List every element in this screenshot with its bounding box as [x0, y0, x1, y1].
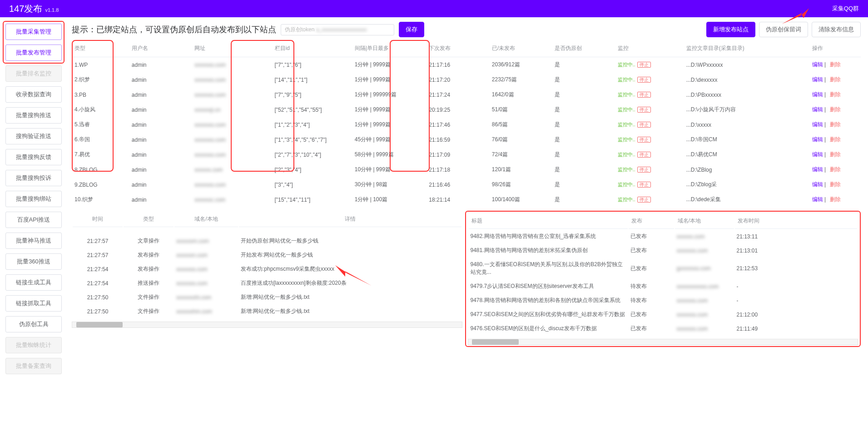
log-dom: xxxxxxo.com — [174, 277, 238, 290]
table-row[interactable]: 5.迅睿adminxxxxxxo.com["1","2","3","4"]1分钟… — [72, 117, 861, 132]
stop-button[interactable]: 停止 — [637, 137, 651, 143]
edit-link[interactable]: 编辑 — [812, 181, 823, 188]
sidebar-item-shenma[interactable]: 批量神马推送 — [5, 233, 62, 249]
table-row[interactable]: 1.WPadminxxxxxxo.com["7","1","6"]1分钟 | 9… — [72, 57, 861, 73]
log-dom: xxxxxxm.com — [174, 234, 238, 248]
delete-link[interactable]: 删除 — [830, 136, 841, 143]
cell-url[interactable]: xxxxxxo.com — [192, 132, 272, 147]
sidebar-item-sogou-verify[interactable]: 搜狗验证推送 — [5, 128, 62, 144]
log-type: 文章操作 — [124, 234, 174, 248]
edit-link[interactable]: 编辑 — [812, 151, 823, 158]
cell-pc[interactable]: 是 — [552, 57, 615, 73]
edit-link[interactable]: 编辑 — [812, 166, 823, 173]
clear-info-button[interactable]: 清除发布信息 — [812, 22, 861, 37]
sidebar-item-baidu-api[interactable]: 百度API推送 — [5, 212, 62, 228]
sidebar-item-collect[interactable]: 批量采集管理 — [5, 24, 62, 40]
right-scrollbar[interactable] — [468, 339, 858, 345]
cell-pc[interactable]: 是 — [552, 117, 615, 132]
stop-button[interactable]: 停止 — [637, 182, 651, 188]
cell-pc[interactable]: 是 — [552, 162, 615, 177]
pub-dom: xxxxxx.com — [675, 230, 734, 243]
edit-link[interactable]: 编辑 — [812, 196, 823, 203]
sidebar-item-linkcrawl[interactable]: 链接抓取工具 — [5, 295, 62, 312]
log-detail: 新增:网站优化一般多少钱.txt — [239, 305, 461, 318]
cell-url[interactable]: xxxxxxo.com — [192, 117, 272, 132]
table-row[interactable]: 7.易优adminxxxxxxo.com["2","7","3","10","4… — [72, 147, 861, 162]
save-button[interactable]: 保存 — [399, 22, 424, 37]
th-monitor: 监控 — [615, 40, 684, 57]
th-dir: 监控文章目录(采集目录) — [684, 40, 809, 57]
cell-next: 18:21:14 — [426, 192, 489, 207]
cell-url[interactable]: xxxxxxo.com — [192, 72, 272, 87]
sidebar-item-pseudo[interactable]: 伪原创工具 — [5, 316, 62, 332]
sidebar-item-publish[interactable]: 批量发布管理 — [5, 45, 62, 61]
edit-link[interactable]: 编辑 — [812, 136, 823, 143]
delete-link[interactable]: 删除 — [830, 151, 841, 158]
sidebar-item-beian: 批量备案查询 — [5, 358, 62, 374]
table-row[interactable]: 3.PBadminxxxxxxo.com["7","9","5"]1分钟 | 9… — [72, 87, 861, 102]
stop-button[interactable]: 停止 — [637, 122, 651, 128]
cell-url[interactable]: xxxxxx.com — [192, 162, 272, 177]
cell-pc[interactable]: 是 — [552, 72, 615, 87]
table-row[interactable]: 10.织梦adminxxxxxxc.com["15","14","11"]1分钟… — [72, 192, 861, 207]
edit-link[interactable]: 编辑 — [812, 61, 823, 68]
cell-url[interactable]: xxxxxxc.com — [192, 192, 272, 207]
delete-link[interactable]: 删除 — [830, 61, 841, 68]
new-site-button[interactable]: 新增发布站点 — [706, 22, 755, 37]
delete-link[interactable]: 删除 — [830, 76, 841, 83]
cell-pc[interactable]: 是 — [552, 192, 615, 207]
stop-button[interactable]: 停止 — [637, 152, 651, 158]
delete-link[interactable]: 删除 — [830, 106, 841, 113]
token-input-wrap[interactable]: 伪原创token a_xxxxxxxxxxxxxxxxxx — [281, 24, 394, 35]
stop-button[interactable]: 停止 — [637, 77, 651, 83]
stop-button[interactable]: 停止 — [637, 167, 651, 173]
sidebar-item-360[interactable]: 批量360推送 — [5, 253, 62, 270]
edit-link[interactable]: 编辑 — [812, 91, 823, 98]
cell-url[interactable]: xxxxxxo.com — [192, 147, 272, 162]
cell-url[interactable]: xxxxxxji.cn — [192, 102, 272, 117]
stop-button[interactable]: 停止 — [637, 92, 651, 98]
sidebar-item-index[interactable]: 收录数据查询 — [5, 86, 62, 103]
edit-link[interactable]: 编辑 — [812, 106, 823, 113]
sidebar-item-sogou-feedback[interactable]: 批量搜狗反馈 — [5, 149, 62, 165]
log-row: 21:27:57文章操作xxxxxxm.com开始伪原创:网站优化一般多少钱 — [73, 234, 461, 248]
table-row[interactable]: 6.帝国adminxxxxxxo.com["1","3","4","5","6"… — [72, 132, 861, 147]
table-row[interactable]: 2.织梦adminxxxxxxo.com["14","11","1"]1分钟 |… — [72, 72, 861, 87]
left-scrollbar[interactable] — [72, 322, 462, 328]
stop-button[interactable]: 停止 — [637, 107, 651, 113]
delete-link[interactable]: 删除 — [830, 166, 841, 173]
delete-link[interactable]: 删除 — [830, 196, 841, 203]
delete-link[interactable]: 删除 — [830, 181, 841, 188]
table-row[interactable]: 8.ZBLOGadminxxxxxx.com["2","3","4"]10分钟 … — [72, 162, 861, 177]
cell-pc[interactable]: 是 — [552, 147, 615, 162]
cell-monitor: 监控中..停止 — [615, 102, 684, 117]
cell-pc[interactable]: 是 — [552, 87, 615, 102]
cell-next: 21:17:18 — [426, 162, 489, 177]
cell-pc[interactable]: 是 — [552, 177, 615, 192]
cell-dir: ...D:\xxxxx — [684, 117, 809, 132]
cell-user: admin — [129, 147, 192, 162]
qq-group-link[interactable]: 采集QQ群 — [832, 5, 859, 13]
table-row[interactable]: 4.小旋风adminxxxxxxji.cn["52","51","54","55… — [72, 102, 861, 117]
cell-url[interactable]: xxxxxxo.com — [192, 57, 272, 73]
edit-link[interactable]: 编辑 — [812, 76, 823, 83]
cell-next: 20:19:25 — [426, 102, 489, 117]
table-row[interactable]: 9.ZBLOGadminxxxxxxo.com["3","4"]30分钟 | 9… — [72, 177, 861, 192]
log-row: 21:27:54发布操作xxxxxxo.com发布成功:phpcmscmsv9采… — [73, 263, 461, 276]
sidebar-item-sogou-push[interactable]: 批量搜狗推送 — [5, 107, 62, 124]
cell-url[interactable]: xxxxxxo.com — [192, 177, 272, 192]
delete-link[interactable]: 删除 — [830, 91, 841, 98]
brand-version: v1.1.8 — [45, 7, 59, 13]
sidebar-item-sogou-complain[interactable]: 批量搜狗投诉 — [5, 170, 62, 186]
cell-url[interactable]: xxxxxxo.com — [192, 87, 272, 102]
stop-button[interactable]: 停止 — [637, 62, 651, 68]
sidebar-item-sogou-bind[interactable]: 批量搜狗绑站 — [5, 191, 62, 207]
delete-link[interactable]: 删除 — [830, 121, 841, 128]
cell-pc[interactable]: 是 — [552, 132, 615, 147]
cell-dir: ...D:\小旋风千万内容 — [684, 102, 809, 117]
cell-next: 21:16:59 — [426, 132, 489, 147]
sidebar-item-linkgen[interactable]: 链接生成工具 — [5, 274, 62, 291]
edit-link[interactable]: 编辑 — [812, 121, 823, 128]
stop-button[interactable]: 停止 — [637, 197, 651, 203]
cell-pc[interactable]: 是 — [552, 102, 615, 117]
